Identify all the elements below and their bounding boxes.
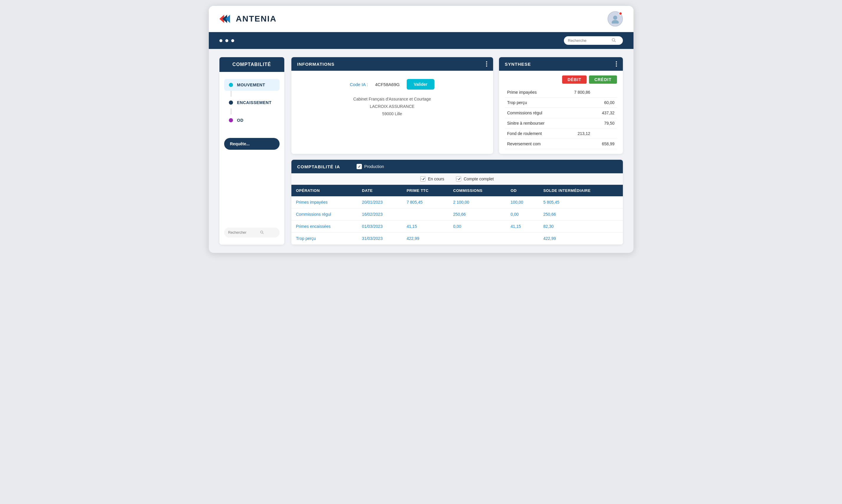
cell-od: 41,15: [506, 220, 539, 233]
cell-commissions: 0,00: [449, 220, 506, 233]
search-bar[interactable]: [564, 36, 623, 45]
info-panel-title: INFORMATIONS: [297, 61, 335, 67]
row-label: Fond de roulement: [505, 128, 564, 139]
synthese-panel: SYNTHESE DÉBIT CRÉDIT: [499, 57, 623, 154]
compte-complet-checkbox[interactable]: [456, 176, 461, 182]
nav-dot-3[interactable]: [231, 39, 234, 42]
row-label: Sinitre à rembourser: [505, 118, 564, 128]
table-row: Reversement com 658,99: [505, 139, 617, 149]
nav-dot-1[interactable]: [220, 39, 222, 42]
table-row: Sinitre à rembourser 79,50: [505, 118, 617, 128]
row-debit: [564, 97, 593, 108]
row-label: Reversement com: [505, 139, 564, 149]
cell-solde: 250,66: [539, 209, 622, 220]
cell-operation: Commissions régul: [292, 209, 357, 220]
production-checkbox[interactable]: [356, 164, 362, 169]
bottom-panel-header: COMPTABILITÉ IA Production: [292, 160, 623, 173]
table-row: Fond de roulement 213,12: [505, 128, 617, 139]
requete-button[interactable]: Requête...: [224, 138, 280, 150]
synthese-menu-dot-2: [616, 64, 617, 65]
main-content: COMPTABILITÉ MOUVEMENT ENCAISSEMENT OD R…: [209, 49, 633, 253]
menu-dot-3: [486, 66, 487, 67]
en-cours-filter[interactable]: En cours: [420, 176, 444, 182]
address-line3: 59000 Lille: [353, 110, 431, 118]
sidebar-dot-2: [229, 101, 233, 105]
info-panel-menu[interactable]: [486, 61, 487, 67]
row-credit: 658,99: [593, 139, 617, 149]
sidebar: COMPTABILITÉ MOUVEMENT ENCAISSEMENT OD R…: [220, 57, 284, 245]
header: ANTENIA: [209, 6, 633, 32]
code-row: Code IA : 4CF58A69G Valider: [298, 79, 486, 90]
row-debit: [564, 139, 593, 149]
cell-commissions: [449, 233, 506, 245]
nav-dots: [220, 39, 234, 42]
cell-od: 100,00: [506, 196, 539, 209]
svg-line-6: [614, 41, 615, 42]
row-credit: 60,00: [593, 97, 617, 108]
data-table: OPÉRATION DATE PRIME TTC COMMISSIONS OD …: [292, 185, 623, 245]
sidebar-title: COMPTABILITÉ: [232, 62, 271, 67]
production-checkbox-group[interactable]: Production: [356, 164, 384, 169]
sidebar-item-encaissement[interactable]: ENCAISSEMENT: [224, 97, 280, 108]
row-label: Trop perçu: [505, 97, 564, 108]
col-date: DATE: [357, 185, 402, 196]
avatar-container[interactable]: [608, 11, 623, 26]
compte-complet-filter[interactable]: Compte complet: [456, 176, 494, 182]
filter-row: En cours Compte complet: [292, 173, 623, 185]
valider-button[interactable]: Valider: [407, 79, 434, 90]
sidebar-item-od[interactable]: OD: [224, 114, 280, 126]
col-prime-ttc: PRIME TTC: [402, 185, 449, 196]
row-credit: 79,50: [593, 118, 617, 128]
row-debit: [564, 108, 593, 118]
svg-point-3: [613, 16, 617, 20]
cell-solde: 82,30: [539, 220, 622, 233]
search-input[interactable]: [568, 38, 609, 43]
bottom-panel-title: COMPTABILITÉ IA: [297, 164, 340, 169]
logo-icon: [220, 14, 232, 24]
svg-point-4: [612, 20, 619, 23]
sidebar-search-icon: [260, 230, 264, 235]
info-panel: INFORMATIONS Code IA : 4CF58A69G Valider: [292, 57, 493, 154]
synthese-panel-header: SYNTHESE: [499, 57, 623, 71]
address-block: Cabinet Français d'Assurance et Courtage…: [353, 95, 431, 118]
table-header-row: OPÉRATION DATE PRIME TTC COMMISSIONS OD …: [292, 185, 623, 196]
sidebar-header: COMPTABILITÉ: [220, 57, 284, 72]
sidebar-item-label-2: ENCAISSEMENT: [237, 100, 271, 105]
cell-date: 20/01/2023: [357, 196, 402, 209]
table-row: Commissions régul 16/02/2023 250,66 0,00…: [292, 209, 623, 220]
code-value: 4CF58A69G: [375, 82, 400, 87]
en-cours-checkbox[interactable]: [420, 176, 425, 182]
col-solde: SOLDE INTERMÉDIAIRE: [539, 185, 622, 196]
sidebar-dot-3: [229, 118, 233, 122]
row-credit: [593, 87, 617, 97]
row-label: Prime impayées: [505, 87, 564, 97]
col-operation: OPÉRATION: [292, 185, 357, 196]
sidebar-line-2: [231, 108, 231, 114]
logo-area: ANTENIA: [220, 14, 277, 24]
production-label: Production: [364, 164, 384, 169]
table-row: Trop perçu 60,00: [505, 97, 617, 108]
cell-od: 0,00: [506, 209, 539, 220]
cell-prime-ttc: [402, 209, 449, 220]
nav-bar: [209, 32, 633, 49]
col-commissions: COMMISSIONS: [449, 185, 506, 196]
nav-dot-2[interactable]: [225, 39, 228, 42]
table-row: Primes impayées 20/01/2023 7 805,45 2 10…: [292, 196, 623, 209]
address-line1: Cabinet Français d'Assurance et Courtage: [353, 95, 431, 103]
cell-prime-ttc: 41,15: [402, 220, 449, 233]
synthese-panel-menu[interactable]: [616, 61, 617, 67]
sidebar-item-mouvement[interactable]: MOUVEMENT: [224, 79, 280, 91]
sidebar-item-label-1: MOUVEMENT: [237, 83, 265, 87]
menu-dot-2: [486, 64, 487, 65]
cell-commissions: 250,66: [449, 209, 506, 220]
sidebar-item-label-3: OD: [237, 118, 244, 123]
cell-od: [506, 233, 539, 245]
table-row: Prime impayées 7 800,86: [505, 87, 617, 97]
synthese-panel-title: SYNTHESE: [505, 61, 531, 67]
synthese-table: Prime impayées 7 800,86 Trop perçu 60,00: [505, 87, 617, 149]
synthese-body: DÉBIT CRÉDIT Prime impayées 7 800,86: [499, 71, 623, 154]
sidebar-search[interactable]: [224, 228, 280, 237]
debit-badge: DÉBIT: [562, 75, 586, 84]
sidebar-search-input[interactable]: [228, 231, 258, 235]
row-credit: 437,32: [593, 108, 617, 118]
